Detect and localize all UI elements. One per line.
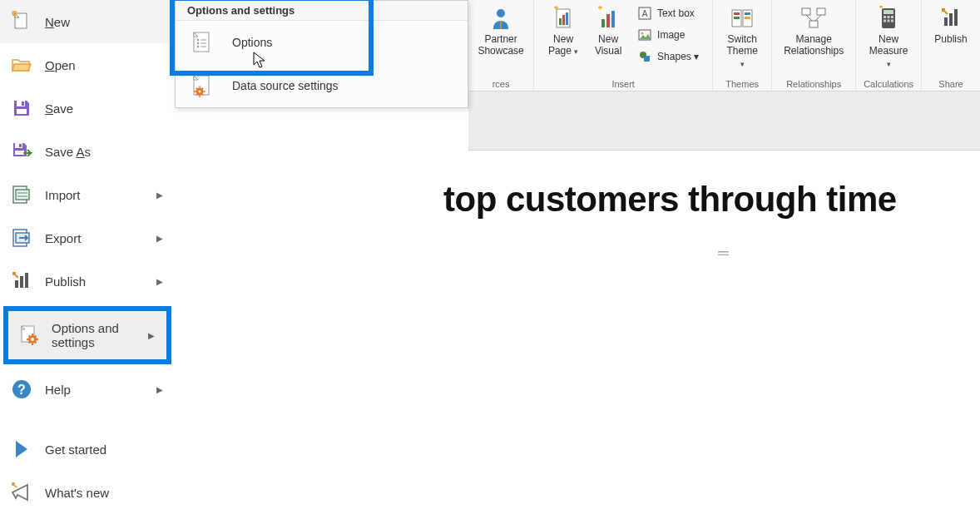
menu-label: Options and settings: [52, 321, 156, 349]
menu-help[interactable]: ? Help ▶: [0, 368, 175, 411]
svg-rect-50: [734, 12, 740, 15]
play-icon: [10, 437, 33, 461]
ribbon-image[interactable]: Image: [634, 25, 702, 45]
publish-ribbon-icon: [938, 5, 964, 32]
person-icon: [488, 5, 514, 32]
drag-handle-icon[interactable]: ═: [718, 250, 735, 259]
ribbon-group-label: Calculations: [864, 77, 913, 89]
svg-rect-39: [601, 19, 605, 27]
menu-label: Help: [45, 383, 71, 397]
export-icon: [10, 226, 33, 250]
text-box-icon: A: [637, 6, 652, 21]
svg-rect-37: [562, 15, 565, 25]
ribbon-shapes[interactable]: Shapes ▾: [634, 47, 702, 67]
ribbon-label: NewPage ▾: [548, 33, 578, 57]
menu-import[interactable]: Import ▶: [0, 173, 175, 216]
svg-rect-53: [745, 17, 750, 19]
svg-point-19: [31, 338, 34, 341]
svg-rect-52: [745, 12, 750, 15]
calculator-icon: [875, 5, 902, 32]
ribbon-manage-relationships[interactable]: ManageRelationships: [779, 3, 849, 59]
ribbon-publish[interactable]: Publish: [928, 3, 973, 47]
ribbon-new-visual[interactable]: NewVisual: [586, 3, 631, 59]
ribbon-small-label: Text box: [657, 7, 695, 19]
chevron-right-icon: ▶: [156, 385, 163, 394]
svg-rect-41: [611, 11, 615, 27]
options-settings-submenu: Options and settings Options Data source…: [175, 0, 468, 108]
submenu-label: Data source settings: [232, 79, 339, 92]
ribbon-label: NewVisual: [595, 33, 621, 57]
ribbon: PartnerShowcase rces NewPage ▾ NewVisual…: [468, 0, 980, 91]
chevron-right-icon: ▶: [156, 234, 163, 243]
ribbon-label: Publish: [934, 33, 967, 45]
chevron-right-icon: ▶: [148, 331, 155, 340]
svg-rect-3: [22, 101, 24, 106]
new-page-icon: [550, 5, 577, 32]
options-settings-icon: [18, 324, 40, 347]
menu-options-settings[interactable]: Options and settings ▶: [3, 306, 171, 364]
svg-rect-64: [883, 20, 886, 22]
image-icon: [637, 27, 652, 42]
ribbon-small-label: Shapes ▾: [657, 51, 699, 62]
report-canvas[interactable]: top customers through time ═: [468, 150, 980, 519]
ribbon-label: SwitchTheme ▾: [725, 33, 760, 69]
menu-save-as[interactable]: Save As: [0, 130, 175, 173]
new-visual-icon: [595, 5, 621, 32]
options-doc-icon: [191, 31, 214, 54]
shapes-icon: [637, 49, 652, 64]
menu-save[interactable]: Save: [0, 86, 175, 130]
ribbon-label: NewMeasure ▾: [868, 33, 909, 69]
submenu-data-source[interactable]: Data source settings: [176, 64, 468, 107]
help-icon: ?: [10, 378, 33, 401]
menu-whats-new[interactable]: What's new: [0, 471, 175, 514]
svg-rect-68: [949, 13, 953, 26]
ribbon-group-label: Relationships: [786, 77, 841, 89]
svg-point-33: [497, 9, 505, 17]
svg-rect-63: [891, 16, 893, 18]
svg-point-32: [199, 91, 201, 93]
svg-point-45: [641, 32, 644, 35]
svg-rect-9: [16, 190, 29, 200]
data-source-icon: [191, 74, 214, 97]
chevron-right-icon: ▶: [156, 277, 163, 286]
svg-rect-14: [15, 280, 18, 288]
svg-rect-16: [25, 273, 28, 288]
submenu-label: Options: [232, 36, 272, 49]
menu-export[interactable]: Export ▶: [0, 216, 175, 260]
chevron-right-icon: ▶: [156, 190, 163, 200]
menu-open[interactable]: Open: [0, 43, 175, 86]
new-file-icon: [10, 10, 33, 33]
svg-text:A: A: [642, 9, 648, 18]
svg-rect-54: [802, 8, 810, 15]
ribbon-new-page[interactable]: NewPage ▾: [541, 3, 586, 59]
theme-icon: [729, 5, 755, 32]
visual-title: top customers through time: [443, 180, 976, 220]
menu-new[interactable]: New: [0, 0, 175, 43]
import-icon: [10, 183, 33, 206]
ribbon-partner-showcase[interactable]: PartnerShowcase: [473, 3, 528, 59]
canvas-background: [468, 91, 980, 150]
menu-label: What's new: [45, 486, 109, 500]
menu-publish[interactable]: Publish ▶: [0, 260, 175, 303]
menu-label: Export: [45, 231, 81, 245]
svg-rect-4: [17, 109, 27, 114]
menu-label: New: [45, 15, 70, 29]
svg-point-24: [197, 39, 199, 41]
menu-sign-out[interactable]: Sign out: [0, 514, 175, 519]
svg-rect-62: [888, 16, 890, 18]
svg-rect-66: [891, 20, 893, 22]
svg-rect-7: [15, 151, 24, 155]
svg-rect-67: [944, 17, 948, 26]
svg-rect-34: [500, 21, 502, 29]
menu-get-started[interactable]: Get started: [0, 428, 175, 471]
svg-text:?: ?: [17, 383, 26, 397]
ribbon-group-label: Themes: [725, 77, 759, 89]
svg-rect-47: [644, 56, 650, 62]
ribbon-text-box[interactable]: A Text box: [634, 3, 702, 23]
ribbon-new-measure[interactable]: NewMeasure ▾: [863, 3, 914, 71]
ribbon-switch-theme[interactable]: SwitchTheme ▾: [720, 3, 765, 71]
svg-rect-61: [883, 16, 886, 18]
svg-rect-69: [954, 9, 958, 26]
svg-rect-36: [559, 18, 562, 25]
submenu-options[interactable]: Options: [176, 21, 468, 64]
